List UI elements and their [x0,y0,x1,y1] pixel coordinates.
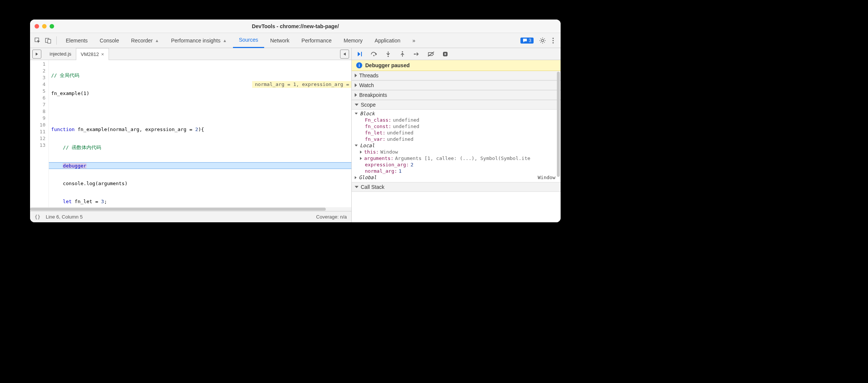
deactivate-breakpoints-button[interactable] [427,50,435,58]
scope-value: undefined [387,136,413,142]
scope-variable[interactable]: fn_var: undefined [352,136,561,142]
show-navigator-icon[interactable] [340,50,349,59]
scope-global-header[interactable]: GlobalWindow [352,174,561,181]
line-number: 10 [30,122,45,128]
panel-breakpoints[interactable]: Breakpoints [352,90,561,100]
issues-badge[interactable]: 3 [520,38,534,44]
device-toggle-icon[interactable] [43,35,53,46]
code-editor[interactable]: 1 2 3 4 5 6 7 8 9 10 11 12 13 // 全局代码 fn… [30,60,351,207]
scope-group-label: Local [360,143,375,148]
pretty-print-button[interactable]: {} [35,214,41,220]
vertical-scrollbar[interactable] [557,72,560,177]
step-button[interactable] [413,50,421,58]
caret-icon [355,74,357,77]
svg-point-6 [552,42,553,43]
scope-variable[interactable]: normal_arg: 1 [352,168,561,174]
flask-icon: ▲ [155,38,159,43]
coverage-status: Coverage: n/a [316,214,347,220]
resume-button[interactable] [355,50,364,58]
tab-recorder-label: Recorder [131,38,153,44]
line-number: 13 [30,142,45,149]
panel-label: Watch [359,82,374,88]
file-tab-bar: injected.js VM2812 × [30,48,351,60]
file-tab-injected[interactable]: injected.js [45,48,76,60]
line-number: 12 [30,135,45,142]
tab-overflow[interactable]: » [407,33,422,48]
svg-point-11 [414,53,415,54]
devtools-window: DevTools - chrome://new-tab-page/ Elemen… [30,20,561,222]
scope-variable[interactable]: expression_arg: 2 [352,161,561,168]
code-text: // 全局代码 [51,72,79,78]
debugger-paused-banner: i Debugger paused [352,60,561,71]
code-text: console.log(arguments) [63,181,127,186]
line-number: 3 [30,74,45,81]
step-out-button[interactable] [398,50,407,58]
scrollbar-thumb[interactable] [30,208,326,211]
svg-rect-13 [445,53,445,55]
panel-scope[interactable]: Scope [352,100,561,110]
pause-on-exceptions-button[interactable] [441,50,449,58]
code-num: 3 [101,199,104,204]
line-number: 9 [30,115,45,122]
minimize-window-button[interactable] [42,24,47,29]
scope-key: normal_arg: [365,168,397,174]
paused-text: Debugger paused [365,62,410,68]
toolbar-divider [56,36,57,45]
caret-icon [360,151,362,154]
close-tab-icon[interactable]: × [101,51,104,57]
scope-local-header[interactable]: Local [352,142,561,149]
scope-group-label: Global [359,175,377,180]
panel-label: Breakpoints [359,92,387,98]
inspect-element-icon[interactable] [32,35,43,46]
tab-performance[interactable]: Performance [295,33,337,48]
maximize-window-button[interactable] [50,24,54,29]
navigator-toggle-icon[interactable] [32,50,41,59]
svg-rect-7 [361,52,362,56]
panel-call-stack[interactable]: Call Stack [352,182,561,192]
code-body[interactable]: // 全局代码 fn_example(1) function fn_exampl… [49,60,351,207]
line-number: 1 [30,61,45,68]
code-text: ; [104,199,107,204]
tab-memory[interactable]: Memory [338,33,369,48]
tab-sources[interactable]: Sources [233,33,264,48]
file-tab-vm2812[interactable]: VM2812 × [76,48,109,60]
debug-panels: Threads Watch Breakpoints Scope Block Fn… [352,71,561,222]
tab-recorder[interactable]: Recorder▲ [125,33,165,48]
scope-block-header[interactable]: Block [352,110,561,117]
scope-value: 2 [410,162,413,167]
code-text: ){ [198,127,204,132]
line-number: 8 [30,108,45,115]
scope-variable[interactable]: fn_const: undefined [352,123,561,130]
message-icon [523,38,527,43]
scope-variable[interactable]: this: Window [352,149,561,155]
tab-elements[interactable]: Elements [60,33,94,48]
horizontal-scrollbar[interactable] [30,207,351,211]
scope-group-label: Block [360,111,375,116]
main-toolbar: Elements Console Recorder▲ Performance i… [30,33,561,48]
tab-network[interactable]: Network [264,33,295,48]
editor-statusbar: {} Line 6, Column 5 Coverage: n/a [30,211,351,222]
step-over-button[interactable] [370,50,378,58]
scope-variable[interactable]: fn_let: undefined [352,130,561,136]
scope-variable[interactable]: arguments: Arguments [1, callee: (...), … [352,155,561,161]
tab-performance-insights[interactable]: Performance insights▲ [165,33,233,48]
step-into-button[interactable] [384,50,392,58]
scope-value: Window [380,149,398,155]
scope-variable[interactable]: Fn_class: undefined [352,117,561,123]
caret-icon [355,186,358,188]
scope-key: Fn_class: [365,117,391,123]
info-icon: i [356,62,362,68]
tab-console[interactable]: Console [94,33,125,48]
settings-icon[interactable] [537,35,548,46]
close-window-button[interactable] [35,24,39,29]
scope-value: undefined [393,124,419,129]
kebab-menu-icon[interactable] [548,35,558,46]
svg-point-5 [552,40,553,41]
svg-rect-14 [446,53,446,55]
panel-threads[interactable]: Threads [352,71,561,80]
panel-watch[interactable]: Watch [352,80,561,90]
scope-key: fn_const: [365,124,391,129]
code-kw: debugger [63,163,86,169]
line-number: 4 [30,81,45,88]
tab-application[interactable]: Application [369,33,407,48]
